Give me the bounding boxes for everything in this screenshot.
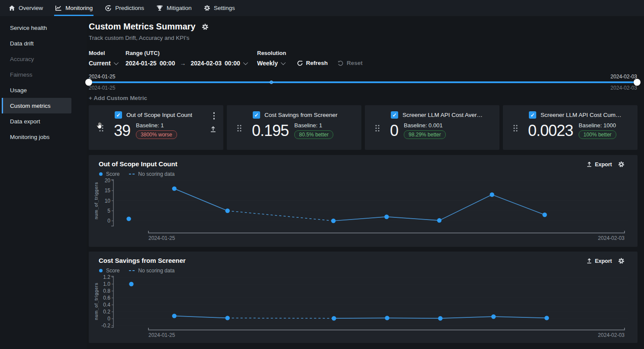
drag-handle-icon[interactable]	[375, 124, 380, 132]
refresh-icon	[297, 60, 303, 66]
metric-export-icon[interactable]	[210, 126, 216, 134]
legend-no-data-label: No scoring data	[138, 171, 174, 177]
main-content: Custom Metrics Summary Track custom Drif…	[87, 16, 644, 349]
slider-end-label: 2024-02-03	[611, 74, 637, 80]
score-legend-dot	[99, 269, 103, 272]
reset-button[interactable]: Reset	[338, 60, 363, 66]
legend-score-label: Score	[106, 171, 119, 177]
add-custom-metric-button[interactable]: + Add Custom Metric	[89, 95, 147, 101]
reset-icon	[338, 60, 344, 66]
date-range-slider[interactable]	[89, 81, 637, 83]
line-chart-plot[interactable]: 20151050num_of_triggers2024-01-252024-02…	[94, 178, 631, 244]
chart-card-out-of-scope-input-count: Out of Scope Input Count Export Score No…	[89, 155, 638, 247]
chart-line-icon	[55, 5, 62, 11]
model-select[interactable]: Current	[89, 60, 117, 67]
svg-text:20: 20	[105, 178, 111, 184]
svg-text:1.2: 1.2	[103, 274, 110, 280]
legend-score-label: Score	[106, 268, 119, 274]
sidebar: Service health Data drift Accuracy Fairn…	[0, 16, 87, 349]
metric-checkbox[interactable]: ✓	[529, 111, 536, 119]
chevron-down-icon	[243, 60, 248, 65]
refresh-button[interactable]: Refresh	[297, 60, 328, 66]
metric-card-screener-llm-api-cost-aver: ✓ Screener LLM API Cost Aver… 0 Baseline…	[365, 105, 499, 150]
trophy-icon	[156, 5, 163, 11]
svg-text:0.8: 0.8	[103, 288, 110, 294]
line-chart-plot[interactable]: 1.21.00.80.60.40.20-0.2num_of_triggers20…	[94, 274, 631, 341]
svg-text:5: 5	[107, 208, 110, 214]
nav-item-overview[interactable]: Overview	[3, 0, 49, 16]
svg-text:2024-01-25: 2024-01-25	[148, 235, 175, 241]
metric-baseline: Baseline: 1	[294, 122, 333, 129]
legend-no-data-label: No scoring data	[138, 268, 174, 274]
page-title: Custom Metrics Summary	[89, 22, 196, 32]
sidebar-item-service-health[interactable]: Service health	[2, 20, 71, 36]
svg-text:num_of_triggers: num_of_triggers	[94, 283, 99, 320]
metric-value: 0.0023	[528, 121, 573, 140]
export-button[interactable]: Export	[586, 162, 612, 168]
metric-card-title: Screener LLM API Cost Cum…	[541, 112, 621, 118]
sidebar-item-accuracy[interactable]: Accuracy	[2, 51, 71, 67]
sidebar-item-data-export[interactable]: Data export	[2, 113, 71, 129]
metric-baseline: Baseline: 1	[136, 122, 177, 129]
slider-start-label: 2024-01-25	[89, 74, 115, 80]
chart-settings-gear-icon[interactable]	[618, 258, 625, 264]
chart-title: Cost Savings from Screener	[99, 257, 186, 264]
sidebar-item-usage[interactable]: Usage	[2, 82, 71, 98]
no-data-legend-dash	[129, 270, 135, 271]
metric-cards-row: ✓ Out of Scope Input Count 39 Baseline: …	[89, 105, 638, 150]
chart-card-cost-savings-from-screener: Cost Savings from Screener Export Score …	[89, 252, 638, 343]
metric-baseline: Baseline: 1000	[579, 122, 616, 129]
gear-icon	[204, 5, 210, 11]
metric-card-title: Cost Savings from Screener	[264, 112, 338, 118]
metric-checkbox[interactable]: ✓	[253, 111, 260, 119]
page-subtitle: Track custom Drift, Accuracy and KPI's	[89, 35, 189, 41]
drag-handle-icon[interactable]	[99, 124, 104, 132]
slider-end-sublabel: 2024-02-03	[611, 85, 637, 91]
metric-card-screener-llm-api-cost-cum: ✓ Screener LLM API Cost Cum… 0.0023 Base…	[503, 105, 638, 150]
nav-item-predictions[interactable]: Predictions	[99, 0, 150, 16]
slider-start-sublabel: 2024-01-25	[89, 85, 115, 91]
comparison-badge: 100% better	[579, 130, 616, 139]
metric-value: 0.195	[252, 121, 289, 140]
sidebar-item-custom-metrics[interactable]: Custom metrics	[2, 98, 71, 113]
chevron-down-icon	[113, 60, 118, 65]
summary-settings-gear-icon[interactable]	[202, 23, 209, 30]
metric-card-title: Out of Scope Input Count	[126, 112, 192, 118]
nav-item-mitigation[interactable]: Mitigation	[150, 0, 198, 16]
sidebar-item-monitoring-jobs[interactable]: Monitoring jobs	[2, 129, 71, 145]
svg-text:-0.2: -0.2	[101, 323, 110, 329]
top-nav: Overview Monitoring Predictions Mitigati…	[0, 0, 644, 16]
resolution-select[interactable]: Weekly	[257, 60, 284, 67]
nav-item-settings[interactable]: Settings	[198, 0, 241, 16]
range-picker[interactable]: 2024-01-25 00:00 → 2024-02-03 00:00	[126, 60, 247, 67]
metric-value: 0	[390, 121, 398, 140]
svg-text:2024-02-03: 2024-02-03	[598, 235, 625, 241]
chevron-down-icon	[281, 60, 286, 65]
metric-card-out-of-scope-input-count: ✓ Out of Scope Input Count 39 Baseline: …	[89, 105, 223, 150]
svg-text:0.2: 0.2	[103, 309, 110, 315]
svg-text:0.6: 0.6	[103, 295, 110, 301]
metric-checkbox[interactable]: ✓	[391, 111, 398, 119]
metric-menu-icon[interactable]	[213, 112, 215, 120]
chart-title: Out of Scope Input Count	[99, 160, 177, 168]
metric-baseline: Baseline: 0.001	[404, 122, 446, 129]
export-button[interactable]: Export	[586, 258, 612, 264]
sidebar-item-data-drift[interactable]: Data drift	[2, 36, 71, 51]
svg-text:num_of_triggers: num_of_triggers	[94, 182, 99, 219]
svg-text:1.0: 1.0	[103, 281, 110, 287]
nav-item-monitoring[interactable]: Monitoring	[49, 0, 99, 16]
metric-value: 39	[114, 121, 130, 140]
sidebar-item-fairness[interactable]: Fairness	[2, 67, 71, 82]
metric-card-title: Screener LLM API Cost Aver…	[402, 112, 483, 118]
svg-text:0: 0	[107, 316, 110, 322]
svg-text:2024-01-25: 2024-01-25	[148, 332, 175, 338]
comparison-badge: 80.5% better	[294, 130, 333, 139]
metric-checkbox[interactable]: ✓	[115, 111, 122, 119]
svg-text:0: 0	[107, 218, 110, 224]
range-label: Range (UTC)	[126, 50, 160, 56]
comparison-badge: 3800% worse	[136, 130, 177, 139]
no-data-legend-dash	[129, 174, 135, 174]
chart-settings-gear-icon[interactable]	[618, 161, 625, 168]
drag-handle-icon[interactable]	[513, 124, 518, 132]
drag-handle-icon[interactable]	[237, 124, 242, 132]
